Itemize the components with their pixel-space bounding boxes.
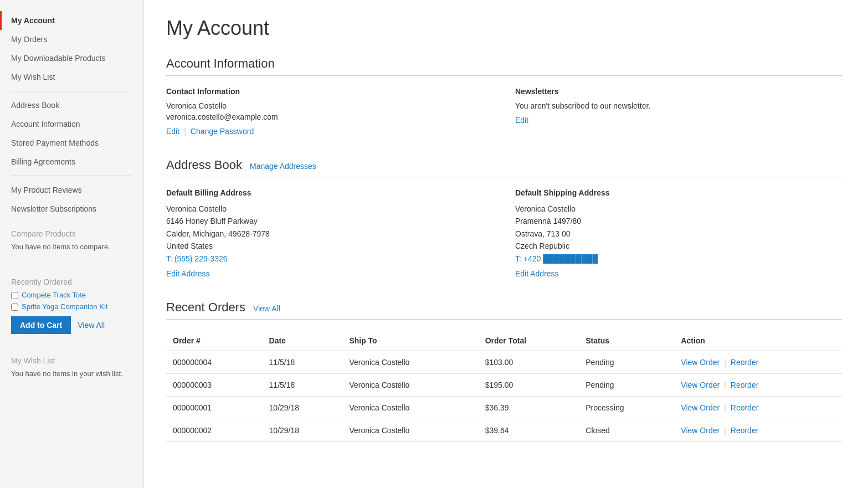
manage-addresses-link[interactable]: Manage Addresses <box>250 162 316 171</box>
contact-email: veronica.costello@example.com <box>166 112 493 121</box>
newsletters-col: Newsletters You aren't subscribed to our… <box>515 87 842 136</box>
sidebar-section-mid: Address Book Account Information Stored … <box>0 96 143 171</box>
sidebar-item-my-product-reviews[interactable]: My Product Reviews <box>0 181 143 199</box>
shipping-name: Veronica Costello <box>515 203 842 215</box>
contact-info-col: Contact Information Veronica Costello ve… <box>166 87 493 136</box>
order-num-cell: 000000002 <box>166 419 263 441</box>
order-date-cell: 11/5/18 <box>263 373 343 396</box>
col-order-num: Order # <box>166 331 263 351</box>
billing-address-col: Default Billing Address Veronica Costell… <box>166 188 493 278</box>
address-book-title: Address Book Manage Addresses <box>166 158 842 172</box>
order-status-cell: Pending <box>579 373 674 396</box>
order-ship-to-cell: Veronica Costello <box>342 351 478 373</box>
view-order-link-2[interactable]: View Order <box>681 403 720 412</box>
col-order-total: Order Total <box>479 331 579 351</box>
contact-name: Veronica Costello <box>166 101 493 110</box>
recently-ordered-title: Recently Ordered <box>11 278 132 286</box>
newsletters-edit-link[interactable]: Edit <box>515 116 528 125</box>
newsletters-subtitle: Newsletters <box>515 87 842 96</box>
recently-ordered-item-0[interactable]: Compete Track Tote <box>11 291 132 299</box>
shipping-subtitle: Default Shipping Address <box>515 188 842 197</box>
sidebar-divider-2 <box>11 176 132 176</box>
recently-ordered-label-0: Compete Track Tote <box>22 291 86 299</box>
change-password-link[interactable]: Change Password <box>191 127 254 136</box>
sidebar-section-top: My Account My Orders My Downloadable Pro… <box>0 11 143 86</box>
contact-action-links: Edit | Change Password <box>166 127 493 136</box>
order-row-1: 000000003 11/5/18 Veronica Costello $195… <box>166 373 842 396</box>
billing-address: Veronica Costello 6146 Honey Bluff Parkw… <box>166 203 493 265</box>
add-to-cart-button[interactable]: Add to Cart <box>11 316 71 334</box>
shipping-address-col: Default Shipping Address Veronica Costel… <box>515 188 842 278</box>
order-action-cell: View Order | Reorder <box>674 373 842 396</box>
sidebar-item-stored-payment-methods[interactable]: Stored Payment Methods <box>0 133 143 152</box>
view-order-link-1[interactable]: View Order <box>681 381 720 389</box>
recently-ordered-checkbox-1[interactable] <box>11 304 18 311</box>
view-order-link-3[interactable]: View Order <box>681 426 720 435</box>
recently-ordered-checkbox-0[interactable] <box>11 292 18 299</box>
wish-list-block: My Wish List You have no items in your w… <box>0 345 143 393</box>
sidebar-item-address-book[interactable]: Address Book <box>0 96 143 115</box>
recently-ordered-actions: Add to Cart View All <box>11 316 132 334</box>
orders-table-head: Order # Date Ship To Order Total Status … <box>166 331 842 351</box>
order-action-cell: View Order | Reorder <box>674 396 842 419</box>
recent-orders-section: Recent Orders View All Order # Date Ship… <box>166 300 842 442</box>
sidebar-item-my-orders[interactable]: My Orders <box>0 30 143 49</box>
sidebar-item-my-downloadable-products[interactable]: My Downloadable Products <box>0 49 143 68</box>
billing-edit-link[interactable]: Edit Address <box>166 269 210 278</box>
contact-info-subtitle: Contact Information <box>166 87 493 96</box>
sidebar-item-account-information[interactable]: Account Information <box>0 115 143 133</box>
order-ship-to-cell: Veronica Costello <box>342 419 478 441</box>
wish-list-empty: You have no items in your wish list. <box>11 369 132 378</box>
sidebar: My Account My Orders My Downloadable Pro… <box>0 0 144 488</box>
account-info-divider <box>166 75 842 76</box>
shipping-city: Ostrava, 713 00 <box>515 228 842 240</box>
newsletters-message: You aren't subscribed to our newsletter. <box>515 101 842 110</box>
order-ship-to-cell: Veronica Costello <box>342 373 478 396</box>
page-title: My Account <box>166 17 842 40</box>
shipping-phone: T: +420 ██████████ <box>515 253 842 265</box>
recent-orders-divider <box>166 319 842 320</box>
account-info-cols: Contact Information Veronica Costello ve… <box>166 87 842 136</box>
wish-list-title: My Wish List <box>11 356 132 365</box>
recently-ordered-label-1: Sprite Yoga Companion Kit <box>22 302 107 311</box>
shipping-edit-link[interactable]: Edit Address <box>515 269 559 278</box>
reorder-link-0[interactable]: Reorder <box>731 358 759 367</box>
order-total-cell: $195.00 <box>479 373 579 396</box>
order-total-cell: $36.39 <box>479 396 579 419</box>
billing-phone: T: (555) 229-3326 <box>166 253 493 265</box>
col-status: Status <box>579 331 674 351</box>
reorder-link-3[interactable]: Reorder <box>731 426 759 435</box>
recent-orders-view-all-link[interactable]: View All <box>253 304 280 313</box>
order-row-3: 000000002 10/29/18 Veronica Costello $39… <box>166 419 842 441</box>
sidebar-item-my-account[interactable]: My Account <box>0 11 143 30</box>
address-book-section: Address Book Manage Addresses Default Bi… <box>166 158 842 278</box>
order-status-cell: Pending <box>579 351 674 373</box>
action-sep-3: | <box>724 426 726 435</box>
order-status-cell: Closed <box>579 419 674 441</box>
billing-country: United States <box>166 240 493 252</box>
reorder-link-2[interactable]: Reorder <box>731 403 759 412</box>
order-num-cell: 000000004 <box>166 351 263 373</box>
sidebar-item-newsletter-subscriptions[interactable]: Newsletter Subscriptions <box>0 199 143 218</box>
col-date: Date <box>263 331 343 351</box>
reorder-link-1[interactable]: Reorder <box>731 381 759 389</box>
order-date-cell: 11/5/18 <box>263 351 343 373</box>
compare-products-block: Compare Products You have no items to co… <box>0 218 143 266</box>
order-date-cell: 10/29/18 <box>263 419 343 441</box>
compare-products-title: Compare Products <box>11 229 132 238</box>
order-num-cell: 000000003 <box>166 373 263 396</box>
order-row-2: 000000001 10/29/18 Veronica Costello $36… <box>166 396 842 419</box>
main-content: My Account Account Information Contact I… <box>144 0 864 488</box>
billing-name: Veronica Costello <box>166 203 493 215</box>
contact-edit-link[interactable]: Edit <box>166 127 179 136</box>
col-ship-to: Ship To <box>342 331 478 351</box>
sidebar-item-billing-agreements[interactable]: Billing Agreements <box>0 152 143 171</box>
recently-ordered-item-1[interactable]: Sprite Yoga Companion Kit <box>11 302 132 311</box>
order-status-cell: Processing <box>579 396 674 419</box>
shipping-country: Czech Republic <box>515 240 842 252</box>
sidebar-item-my-wish-list[interactable]: My Wish List <box>0 68 143 86</box>
view-order-link-0[interactable]: View Order <box>681 358 720 367</box>
recent-orders-title: Recent Orders View All <box>166 300 842 315</box>
recently-ordered-view-all-link[interactable]: View All <box>78 321 105 330</box>
account-information-section: Account Information Contact Information … <box>166 56 842 136</box>
